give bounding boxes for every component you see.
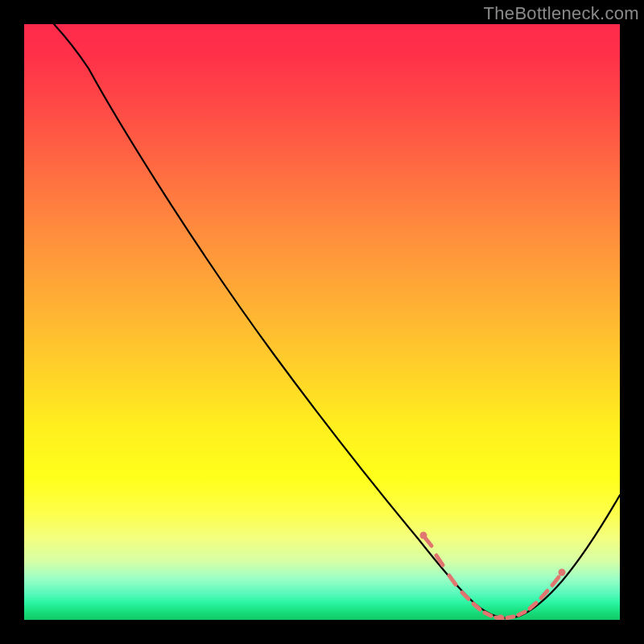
chart-frame: TheBottleneck.com xyxy=(0,0,644,644)
svg-line-2 xyxy=(449,576,456,584)
highlight-markers xyxy=(420,532,566,621)
svg-line-3 xyxy=(462,592,469,599)
curve-overlay xyxy=(24,24,620,620)
svg-line-4 xyxy=(473,604,480,609)
svg-point-14 xyxy=(559,569,566,576)
svg-line-0 xyxy=(425,538,431,546)
plot-area xyxy=(24,24,620,620)
watermark-text: TheBottleneck.com xyxy=(484,3,639,24)
svg-line-11 xyxy=(552,577,559,585)
svg-point-13 xyxy=(497,615,505,621)
svg-line-7 xyxy=(507,617,514,618)
bottleneck-curve-path xyxy=(54,24,620,618)
svg-point-12 xyxy=(420,532,427,539)
